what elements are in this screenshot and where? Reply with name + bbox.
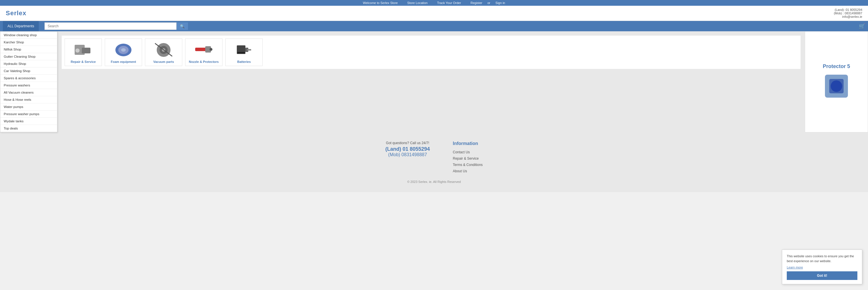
svg-rect-15 bbox=[247, 49, 251, 51]
promo-title: Protector 5 bbox=[823, 63, 850, 69]
copyright-text: © 2023 Serlex. ie. All Rights Reserved bbox=[407, 180, 461, 183]
track-order-link[interactable]: Track Your Order bbox=[437, 1, 461, 5]
footer-info: Information Contact Us Repair & Service … bbox=[453, 141, 483, 174]
menu-item-karcher[interactable]: Karcher Shop bbox=[0, 39, 57, 46]
dropdown-menu: Window cleaning shop Karcher Shop Nilfis… bbox=[0, 31, 57, 133]
battery-label: Batteries bbox=[228, 60, 260, 63]
category-foam[interactable]: Foam equipment bbox=[105, 38, 142, 66]
cart-icon[interactable]: 🛒 bbox=[859, 23, 865, 29]
signin-link[interactable]: Sign in bbox=[495, 1, 505, 5]
svg-point-12 bbox=[210, 48, 212, 51]
menu-item-gutter[interactable]: Gutter Cleaning Shop bbox=[0, 53, 57, 60]
footer: Got questions? Call us 24/7! (Land) 01 8… bbox=[0, 133, 868, 192]
info-title: Information bbox=[453, 141, 483, 146]
category-area: Repair & Service Foam equipment bbox=[57, 31, 805, 133]
menu-item-hose[interactable]: Hose & Hose reels bbox=[0, 96, 57, 104]
register-link[interactable]: Register bbox=[470, 1, 482, 5]
svg-rect-16 bbox=[237, 52, 245, 53]
protector-image bbox=[819, 72, 854, 100]
store-location-link[interactable]: Store Location bbox=[407, 1, 428, 5]
foam-image bbox=[112, 41, 135, 58]
menu-item-spares[interactable]: Spares & accessories bbox=[0, 75, 57, 82]
nozzle-label: Nozzle & Protectors bbox=[188, 60, 220, 63]
or-separator: or bbox=[487, 1, 490, 5]
contact-email: info@serlex.ie bbox=[834, 15, 862, 18]
contact-info: (Land): 01 8055294 (Mob) : 0831498887 in… bbox=[834, 8, 862, 18]
vacuum-icon bbox=[154, 42, 174, 58]
nozzle-icon bbox=[194, 42, 214, 58]
footer-bottom: © 2023 Serlex. ie. All Rights Reserved bbox=[11, 180, 857, 183]
header: Serlex (Land): 01 8055294 (Mob) : 083149… bbox=[0, 6, 868, 21]
svg-point-19 bbox=[831, 80, 842, 92]
logo: Serlex bbox=[6, 9, 26, 17]
footer-link-terms[interactable]: Terms & Conditions bbox=[453, 162, 483, 168]
battery-icon bbox=[234, 42, 254, 58]
category-grid: Repair & Service Foam equipment bbox=[62, 36, 801, 69]
promo-area: Protector 5 bbox=[805, 31, 868, 133]
phone-land: (Land) 01 8055294 bbox=[385, 146, 430, 152]
got-questions-text: Got questions? Call us 24/7! bbox=[385, 141, 430, 145]
menu-item-hydraulic[interactable]: Hydraulic Shop bbox=[0, 60, 57, 67]
category-battery[interactable]: Batteries bbox=[225, 38, 262, 66]
top-banner: Welcome to Serlex Store Store Location T… bbox=[0, 0, 868, 6]
menu-item-vacuum-cleaners[interactable]: All Vacuum cleaners bbox=[0, 89, 57, 96]
repair-image bbox=[72, 41, 95, 58]
menu-item-water-pumps[interactable]: Water pumps bbox=[0, 104, 57, 111]
main-content: Window cleaning shop Karcher Shop Nilfis… bbox=[0, 31, 868, 133]
contact-mob: (Mob) : 0831498887 bbox=[834, 11, 862, 15]
footer-inner: Got questions? Call us 24/7! (Land) 01 8… bbox=[305, 141, 563, 174]
search-container: 🔍 bbox=[44, 22, 188, 30]
menu-item-pressure-washers[interactable]: Pressure washers bbox=[0, 82, 57, 89]
phone-mob: (Mob) 0831498887 bbox=[385, 152, 430, 157]
foam-label: Foam equipment bbox=[107, 60, 140, 63]
all-departments-button[interactable]: ALL Departments bbox=[3, 21, 39, 31]
category-nozzle[interactable]: Nozzle & Protectors bbox=[185, 38, 222, 66]
category-vacuum[interactable]: Vacuum parts bbox=[145, 38, 182, 66]
battery-image bbox=[232, 41, 255, 58]
search-button[interactable]: 🔍 bbox=[177, 22, 188, 30]
menu-item-pw-pumps[interactable]: Pressure washer pumps bbox=[0, 111, 57, 118]
search-input[interactable] bbox=[44, 22, 177, 30]
menu-item-car-valeting[interactable]: Car Valeting Shop bbox=[0, 67, 57, 75]
vacuum-image bbox=[152, 41, 175, 58]
welcome-link[interactable]: Welcome to Serlex Store bbox=[363, 1, 398, 5]
vacuum-label: Vacuum parts bbox=[148, 60, 180, 63]
footer-link-contact[interactable]: Contact Us bbox=[453, 149, 483, 155]
svg-rect-1 bbox=[82, 48, 90, 53]
menu-item-top-deals[interactable]: Top deals bbox=[0, 125, 57, 132]
foam-icon bbox=[113, 42, 133, 58]
svg-rect-10 bbox=[195, 48, 207, 51]
contact-land: (Land): 01 8055294 bbox=[834, 8, 862, 11]
nozzle-image bbox=[192, 41, 215, 58]
menu-item-wydale[interactable]: Wydale tanks bbox=[0, 118, 57, 125]
menu-item-window-cleaning[interactable]: Window cleaning shop bbox=[0, 32, 57, 39]
footer-link-about[interactable]: About Us bbox=[453, 168, 483, 174]
footer-link-repair[interactable]: Repair & Service bbox=[453, 155, 483, 162]
svg-point-2 bbox=[75, 48, 80, 53]
footer-contact: Got questions? Call us 24/7! (Land) 01 8… bbox=[385, 141, 430, 174]
menu-item-nilfisk[interactable]: Nilfisk Shop bbox=[0, 46, 57, 53]
repair-icon bbox=[73, 42, 93, 58]
navbar: ALL Departments 🔍 🛒 bbox=[0, 21, 868, 31]
repair-label: Repair & Service bbox=[67, 60, 99, 63]
svg-point-5 bbox=[121, 48, 126, 52]
category-repair[interactable]: Repair & Service bbox=[65, 38, 102, 66]
